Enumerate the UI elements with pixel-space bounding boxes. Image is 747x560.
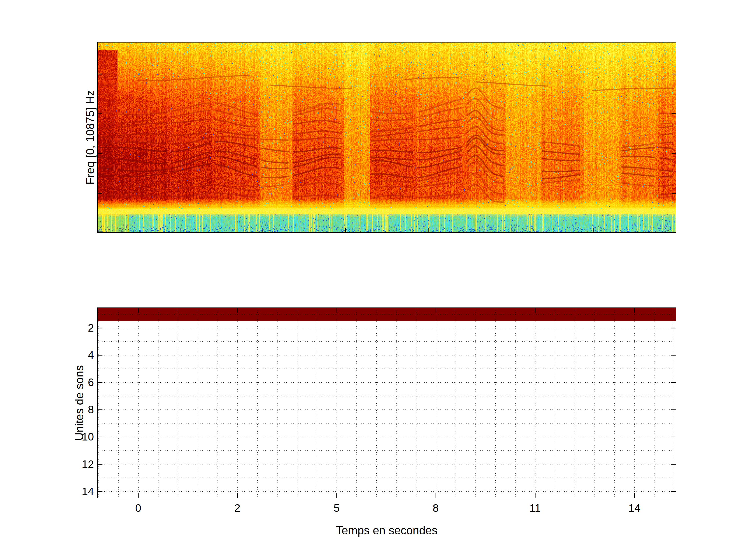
x-tick-label-0: 0 xyxy=(135,502,141,514)
y-tick-label-4: 4 xyxy=(66,349,94,362)
sound-units-plot xyxy=(97,308,676,498)
y-tick-label-12: 12 xyxy=(66,458,94,471)
y-tick-label-14: 14 xyxy=(66,485,94,498)
y-tick-label-8: 8 xyxy=(66,403,94,416)
x-tick-label-2: 2 xyxy=(234,502,240,514)
spectrogram-plot xyxy=(97,42,676,233)
x-tick-label-8: 8 xyxy=(433,502,439,514)
x-tick-label-14: 14 xyxy=(628,502,641,514)
x-tick-label-5: 5 xyxy=(334,502,339,514)
y-tick-label-6: 6 xyxy=(66,376,94,389)
y-tick-label-10: 10 xyxy=(66,431,94,443)
x-tick-label-11: 11 xyxy=(530,502,541,514)
sound-units-xlabel: Temps en secondes xyxy=(336,524,437,537)
y-tick-label-2: 2 xyxy=(66,322,94,334)
spectrogram-ylabel: Freq [0, 10875] Hz xyxy=(84,90,97,185)
